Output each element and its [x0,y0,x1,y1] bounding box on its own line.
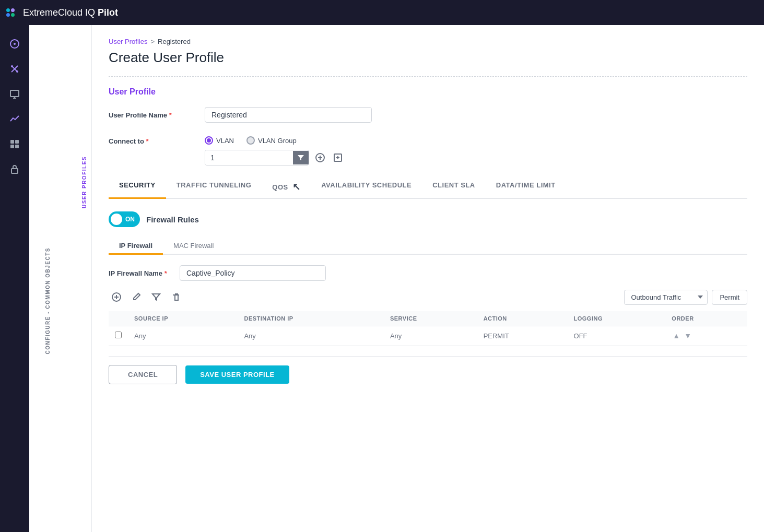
vlan-group-label: VLAN Group [258,137,297,145]
nav-icon-lock[interactable] [4,159,25,180]
app-header: ExtremeCloud IQ Pilot [0,0,764,25]
toggle-row: ON Firewall Rules [109,211,747,227]
tab-qos[interactable]: QoS ↖ [262,176,311,198]
required-star: * [169,111,172,119]
firewall-rules-table: SOURCE IP DESTINATION IP SERVICE ACTION … [109,311,747,346]
svg-rect-9 [10,145,14,148]
toolbar-filter-btn[interactable] [148,289,164,305]
breadcrumb-current: Registered [158,38,191,45]
toggle-text: ON [125,216,135,223]
vlan-group-radio-option[interactable]: VLAN Group [246,136,297,145]
col-checkbox [109,311,128,326]
nav-icon-monitor[interactable] [4,84,25,104]
sidebar-panel: CONFIGURE - COMMON OBJECTS USER PROFILES [29,25,92,532]
nav-icon-tools[interactable] [4,58,25,79]
order-down-btn[interactable]: ▼ [683,332,692,340]
col-source-ip: SOURCE IP [128,311,238,326]
row-checkbox-cell [109,326,128,346]
table-toolbar: Outbound Traffic Inbound Traffic Permit [109,289,747,305]
tab-traffic-tunneling[interactable]: TRAFFIC TUNNELING [166,176,262,198]
vlan-radio-btn[interactable] [205,136,213,145]
col-order: ORDER [665,311,747,326]
vlan-row [205,150,345,165]
col-destination-ip: DESTINATION IP [238,311,383,326]
user-profiles-label: USER PROFILES [81,156,87,208]
row-source-ip: Any [128,326,238,346]
row-service: Any [384,326,477,346]
firewall-toggle[interactable]: ON [109,211,140,227]
tab-availability-schedule[interactable]: AVAILABILITY SCHEDULE [311,176,422,198]
cancel-button[interactable]: CANCEL [109,365,177,384]
permit-btn[interactable]: Permit [712,290,747,305]
logo-dot-2 [11,8,15,12]
breadcrumb-link[interactable]: User Profiles [109,38,147,45]
table-row: Any Any Any PERMIT OFF ▲ ▼ [109,326,747,346]
ip-fw-name-row: IP Firewall Name * [109,265,747,281]
nav-icon-dashboard[interactable] [4,33,25,54]
col-service: SERVICE [384,311,477,326]
vlan-radio-option[interactable]: VLAN [205,136,234,145]
tab-client-sla[interactable]: CLIENT SLA [422,176,486,198]
form-row-connect-to: Connect to * VLAN VLAN Group [109,133,747,165]
vlan-input-wrapper [205,150,309,165]
row-logging: OFF [568,326,666,346]
nav-icon-analytics[interactable] [4,109,25,129]
svg-rect-11 [11,169,18,173]
svg-rect-4 [10,90,19,97]
section-title: User Profile [109,87,747,97]
required-star-2: * [146,137,149,145]
left-nav [0,25,29,532]
vlan-edit-btn[interactable] [331,151,345,164]
svg-rect-7 [10,140,14,144]
toolbar-left [109,289,184,305]
order-up-btn[interactable]: ▲ [672,332,681,340]
ip-fw-name-label: IP Firewall Name * [109,269,171,277]
action-bar: CANCEL SAVE USER PROFILE [109,356,747,393]
sub-tabs-bar: IP Firewall MAC Firewall [109,238,747,255]
row-checkbox[interactable] [115,332,122,338]
col-logging: LOGGING [568,311,666,326]
toolbar-right: Outbound Traffic Inbound Traffic Permit [624,290,747,305]
toolbar-delete-btn[interactable] [168,289,184,305]
table-header-row: SOURCE IP DESTINATION IP SERVICE ACTION … [109,311,747,326]
nav-icon-grid[interactable] [4,134,25,155]
vlan-input[interactable] [205,150,293,165]
save-button[interactable]: SAVE USER PROFILE [185,365,289,384]
logo-dot-1 [6,8,10,12]
breadcrumb-separator: > [150,38,155,45]
cursor-icon: ↖ [292,181,301,193]
vlan-add-btn[interactable] [313,151,327,164]
firewall-rules-label: Firewall Rules [146,215,199,224]
tabs-bar: SECURITY TRAFFIC TUNNELING QoS ↖ AVAILAB… [109,176,747,199]
order-arrows: ▲ ▼ [672,332,741,340]
profile-name-input[interactable] [205,107,372,123]
tab-data-time-limit[interactable]: DATA/TIME LIMIT [486,176,566,198]
app-title: ExtremeCloud IQ Pilot [23,7,118,18]
vlan-group-radio-btn[interactable] [246,136,255,145]
logo-dot-3 [6,13,10,17]
breadcrumb: User Profiles > Registered [109,38,747,45]
row-action: PERMIT [477,326,568,346]
svg-rect-8 [15,140,19,144]
svg-point-2 [11,65,13,67]
configure-label: CONFIGURE - COMMON OBJECTS [45,247,51,354]
vlan-filter-btn[interactable] [293,151,309,164]
row-order: ▲ ▼ [665,326,747,346]
toggle-knob [111,214,122,225]
radio-group: VLAN VLAN Group [205,133,345,145]
subtab-mac-firewall[interactable]: MAC Firewall [163,238,224,254]
app-subtitle: Pilot [98,7,118,18]
main-content: User Profiles > Registered Create User P… [92,25,764,532]
row-destination-ip: Any [238,326,383,346]
toolbar-add-btn[interactable] [109,289,124,305]
tab-security[interactable]: SECURITY [109,176,166,198]
outbound-traffic-select[interactable]: Outbound Traffic Inbound Traffic [624,290,708,305]
ip-fw-name-input[interactable] [180,265,326,281]
connect-to-label: Connect to * [109,133,192,145]
ip-fw-required-star: * [164,269,167,277]
subtab-ip-firewall[interactable]: IP Firewall [109,238,163,254]
app-logo [6,8,15,17]
col-action: ACTION [477,311,568,326]
logo-dot-4 [11,13,15,17]
toolbar-edit-btn[interactable] [128,289,144,305]
